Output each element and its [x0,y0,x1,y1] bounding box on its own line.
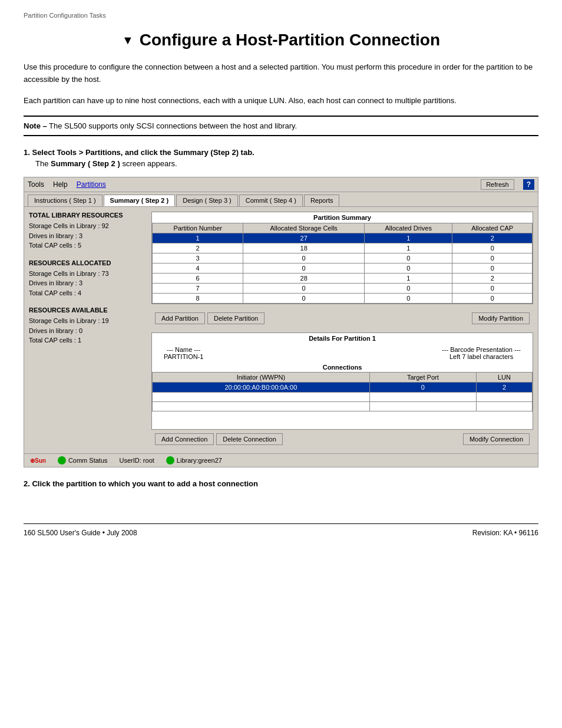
connections-table: Initiator (WWPN) Target Port LUN 20:00:0… [152,372,533,411]
comm-status-icon [58,456,66,465]
tab-design[interactable]: Design ( Step 3 ) [176,195,238,206]
name-column: --- Name --- PARTITION-1 [164,346,203,360]
avail-storage: Storage Cells in Library : 19 [29,316,147,326]
total-resources-section: TOTAL LIBRARY RESOURCES Storage Cells in… [29,212,147,251]
allocated-resources-section: RESOURCES ALLOCATED Storage Cells in Lib… [29,259,147,298]
connections-title: Connections [152,363,533,372]
partition-row[interactable]: 21810 [153,243,533,253]
modify-connection-button[interactable]: Modify Connection [463,433,530,445]
details-title: Details For Partition 1 [152,333,533,344]
triangle-icon: ▼ [122,34,134,47]
partition-row[interactable]: 8000 [153,294,533,304]
allocated-resources-title: RESOURCES ALLOCATED [29,259,147,266]
connection-buttons: Add Connection Delete Connection Modify … [151,430,533,449]
connection-row[interactable]: 20:00:00:A0:B0:00:0A:0002 [153,383,533,393]
note-text: The SL500 supports only SCSI connections… [47,121,297,130]
help-button[interactable]: ? [523,179,534,190]
partition-buttons: Add Partition Delete Partition Modify Pa… [151,309,533,328]
step-2-text: Click the partition to which you want to… [32,479,258,488]
connection-row-empty [153,393,533,402]
refresh-button[interactable]: Refresh [481,179,514,190]
col-initiator: Initiator (WWPN) [153,373,370,383]
step-1-sub: The Summary ( Step 2 ) screen appears. [35,159,538,168]
description-2: Each partition can have up to nine host … [24,95,538,107]
add-connection-button[interactable]: Add Connection [155,433,214,445]
page-footer: 160 SL500 User's Guide • July 2008 Revis… [24,523,538,537]
menu-help[interactable]: Help [53,180,68,189]
total-drives: Drives in library : 3 [29,231,147,241]
add-partition-button[interactable]: Add Partition [155,312,205,324]
col-lun: LUN [476,373,532,383]
alloc-storage: Storage Cells in Library : 73 [29,269,147,279]
library-status-icon [166,456,174,465]
tab-bar: Instructions ( Step 1 ) Summary ( Step 2… [24,192,538,207]
status-bar: ⊕Sun Comm Status UserID: root Library:gr… [24,453,538,467]
user-id-label: UserID: root [120,457,154,464]
right-panel: Partition Summary Partition Number Alloc… [151,212,533,449]
total-resources-title: TOTAL LIBRARY RESOURCES [29,212,147,219]
name-header: --- Name --- [164,346,203,353]
tab-commit[interactable]: Commit ( Step 4 ) [239,195,303,206]
footer-right: Revision: KA • 96116 [472,529,538,537]
footer-left: 160 SL500 User's Guide • July 2008 [24,529,137,537]
partition-summary-title: Partition Summary [152,212,533,223]
library-label: Library:green27 [177,457,222,464]
step-1-label: 1. [24,148,30,157]
name-value: PARTITION-1 [164,353,203,360]
partition-row[interactable]: 4000 [153,263,533,274]
total-cap-cells: Total CAP cells : 5 [29,241,147,251]
col-partition-number: Partition Number [153,223,243,233]
alloc-cap: Total CAP cells : 4 [29,288,147,298]
app-content: TOTAL LIBRARY RESOURCES Storage Cells in… [24,207,538,453]
partition-row[interactable]: 7000 [153,284,533,294]
avail-drives: Drives in library : 0 [29,326,147,336]
left-panel: TOTAL LIBRARY RESOURCES Storage Cells in… [29,212,147,449]
connections-header: Initiator (WWPN) Target Port LUN [153,373,533,383]
comm-status-label: Comm Status [68,457,108,464]
step-1-text: Select Tools > Partitions, and click the… [32,148,254,157]
step-2: 2. Click the partition to which you want… [24,479,538,488]
tab-summary[interactable]: Summary ( Step 2 ) [104,195,176,206]
partition-row[interactable]: 62812 [153,274,533,284]
page-title: ▼ Configure a Host-Partition Connection [24,31,538,50]
note-box: Note – The SL500 supports only SCSI conn… [24,116,538,136]
available-resources-title: RESOURCES AVAILABLE [29,307,147,314]
partition-summary-container: Partition Summary Partition Number Alloc… [151,212,533,304]
partition-row[interactable]: 3000 [153,253,533,263]
details-spacer [152,411,533,429]
description-1: Use this procedure to configure the conn… [24,61,538,86]
partition-table-body: 1271221810300040006281270008000 [153,233,533,304]
modify-partition-button[interactable]: Modify Partition [472,312,530,324]
col-allocated-drives: Allocated Drives [365,223,452,233]
col-allocated-cap: Allocated CAP [452,223,533,233]
total-storage-cells: Storage Cells in Library : 92 [29,221,147,231]
user-id-item: UserID: root [120,457,154,464]
barcode-header: --- Barcode Presentation --- [442,346,521,353]
sun-logo: ⊕Sun [30,457,46,464]
delete-connection-button[interactable]: Delete Connection [216,433,283,445]
breadcrumb: Partition Configuration Tasks [24,12,538,19]
barcode-value: Left 7 label characters [442,353,521,360]
tab-instructions[interactable]: Instructions ( Step 1 ) [28,195,103,206]
details-info: --- Name --- PARTITION-1 --- Barcode Pre… [152,344,533,363]
library-item: Library:green27 [166,456,222,465]
step-2-label: 2. [24,479,30,488]
app-menubar: Tools Help Partitions Refresh ? [24,177,538,192]
delete-partition-button[interactable]: Delete Partition [207,312,265,324]
tab-reports[interactable]: Reports [304,195,340,206]
step-1: 1. Select Tools > Partitions, and click … [24,148,538,168]
col-allocated-storage: Allocated Storage Cells [243,223,365,233]
partition-row[interactable]: 12712 [153,233,533,243]
app-window: Tools Help Partitions Refresh ? Instruct… [24,177,538,467]
connections-table-body: 20:00:00:A0:B0:00:0A:0002 [153,383,533,411]
alloc-drives: Drives in library : 3 [29,278,147,288]
menu-partitions[interactable]: Partitions [77,180,106,189]
barcode-column: --- Barcode Presentation --- Left 7 labe… [442,346,521,360]
available-resources-section: RESOURCES AVAILABLE Storage Cells in Lib… [29,307,147,345]
details-container: Details For Partition 1 --- Name --- PAR… [151,332,533,430]
comm-status-item: Comm Status [58,456,108,465]
step-1-bold: Summary ( Step 2 ) [51,159,120,168]
connection-row-empty [153,402,533,411]
menu-tools[interactable]: Tools [28,180,44,189]
partition-table: Partition Number Allocated Storage Cells… [152,223,533,304]
